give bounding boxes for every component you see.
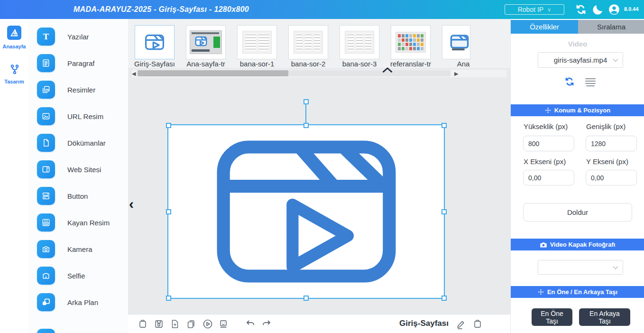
strip-scroll-right-icon[interactable]: ▶ xyxy=(454,70,458,77)
delete-icon[interactable] xyxy=(138,318,149,330)
text-icon: T xyxy=(37,28,55,46)
camera-icon xyxy=(37,240,55,258)
page-thumb-bana-sor-1[interactable] xyxy=(237,25,277,59)
sidebar-item-tasarim[interactable]: Tasarım xyxy=(0,79,28,84)
video-clapper-icon xyxy=(188,131,425,292)
tool-arka-plan[interactable]: Arka Plan xyxy=(28,289,128,315)
tool-selfie[interactable]: Selfie xyxy=(28,262,128,289)
page-thumb-label: Giriş-Sayfası xyxy=(129,60,181,68)
chevron-down-icon: ∨ xyxy=(547,7,551,13)
delete-page-icon[interactable] xyxy=(472,318,484,330)
order-section-header: En Öne / En Arkaya Taşı xyxy=(511,286,644,298)
robot-icon[interactable] xyxy=(218,318,230,330)
bring-to-front-button[interactable]: En Öne Taşı xyxy=(532,308,572,326)
selection-handle-ne[interactable] xyxy=(442,123,447,128)
selection-handle-e[interactable] xyxy=(442,209,447,214)
strip-scrollbar-thumb[interactable] xyxy=(138,70,288,76)
version-number: 8.0.44 xyxy=(624,6,639,12)
selection-handle-nw[interactable] xyxy=(166,123,171,128)
selection-handle-s[interactable] xyxy=(304,296,309,301)
preview-icon[interactable] xyxy=(202,318,213,330)
fill-button[interactable]: Doldur xyxy=(523,203,632,222)
video-section-label: Video xyxy=(511,40,644,48)
tool-url-resim[interactable]: URL Resim xyxy=(28,103,128,130)
tab-siralama[interactable]: Sıralama xyxy=(578,20,644,34)
selection-handle-n[interactable] xyxy=(304,123,309,128)
strip-scroll-left-icon[interactable]: ◀ xyxy=(132,70,136,77)
page-thumb-ana[interactable] xyxy=(442,25,470,59)
page-thumb-referanslar-tr[interactable] xyxy=(391,25,431,59)
page-thumb-giris-sayfasi[interactable] xyxy=(135,25,175,59)
url-image-icon xyxy=(37,107,55,125)
logo-icon[interactable] xyxy=(7,26,21,40)
robot-ip-label: Robot IP xyxy=(518,6,543,13)
carousel-icon xyxy=(37,213,55,231)
tool-kayan-resim[interactable]: Kayan Resim xyxy=(28,209,128,236)
tool-partial[interactable] xyxy=(28,315,128,333)
move-icon xyxy=(538,289,544,295)
tool-dokumanlar[interactable]: Dökümanlar xyxy=(28,130,128,156)
page-thumb-label: Ana xyxy=(437,60,489,68)
tools-sidebar: T Yazılar Paragraf Resimler URL Resim xyxy=(28,19,129,333)
tool-yazilar[interactable]: T Yazılar xyxy=(28,23,128,50)
x-axis-label: X Ekseni (px) xyxy=(524,157,566,166)
position-section-header: Konum & Pozisyon xyxy=(511,104,644,116)
canvas-toolbar: Giriş-Sayfası xyxy=(128,314,510,333)
refresh-icon[interactable] xyxy=(564,76,575,87)
page-thumb-bana-sor-2[interactable] xyxy=(288,25,328,59)
tool-resimler[interactable]: Resimler xyxy=(28,76,128,103)
width-input[interactable] xyxy=(586,136,637,151)
rotation-handle[interactable] xyxy=(304,99,309,104)
design-canvas[interactable]: ‹ xyxy=(128,77,510,314)
selected-video-element[interactable] xyxy=(168,125,444,298)
page-thumb-label: bana-sor-3 xyxy=(333,60,386,68)
paragraph-icon xyxy=(37,54,55,72)
y-axis-input[interactable] xyxy=(586,170,637,185)
video-file-value: giris-sayfasi.mp4 xyxy=(554,56,607,64)
current-page-name: Giriş-Sayfası xyxy=(399,319,449,328)
sidebar-item-anasayfa[interactable]: Anasayfa xyxy=(0,44,28,49)
strip-collapse-chevron-icon[interactable] xyxy=(381,66,396,75)
tab-ozellikler[interactable]: Özellikler xyxy=(511,20,578,34)
selection-handle-w[interactable] xyxy=(166,209,171,214)
robot-ip-dropdown[interactable]: Robot IP ∨ xyxy=(505,4,564,15)
window-title: MADA-ARAYUZ-2025 - Giriş-Sayfası - 1280x… xyxy=(0,0,322,19)
x-axis-input[interactable] xyxy=(523,170,574,185)
send-to-back-button[interactable]: En Arkaya Taşı xyxy=(579,308,630,326)
edit-icon[interactable] xyxy=(455,318,467,330)
video-file-select[interactable]: giris-sayfasi.mp4 xyxy=(538,52,623,68)
chevron-down-icon xyxy=(612,58,619,63)
menu-icon[interactable] xyxy=(585,78,596,86)
button-icon xyxy=(37,187,55,205)
page-thumb-label: bana-sor-2 xyxy=(282,60,334,68)
add-page-icon[interactable] xyxy=(170,318,181,330)
order-section-title: En Öne / En Arkaya Taşı xyxy=(547,288,617,296)
selection-rotation-line xyxy=(305,104,306,125)
nav-rail: Anasayfa Tasarım xyxy=(0,19,29,333)
branch-icon[interactable] xyxy=(9,63,20,76)
move-icon xyxy=(545,107,551,113)
tool-web-sitesi[interactable]: Web Sitesi xyxy=(28,156,128,183)
top-bar: MADA-ARAYUZ-2025 - Giriş-Sayfası - 1280x… xyxy=(0,0,644,19)
moon-icon[interactable] xyxy=(592,3,604,16)
undo-icon[interactable] xyxy=(245,318,256,330)
duplicate-icon[interactable] xyxy=(186,318,197,330)
background-icon xyxy=(37,293,55,311)
sync-icon[interactable] xyxy=(575,3,587,16)
page-thumb-bana-sor-3[interactable] xyxy=(340,25,379,59)
redo-icon[interactable] xyxy=(261,318,272,330)
page-thumb-ana-sayfa-tr[interactable] xyxy=(186,25,226,59)
tool-button[interactable]: Button xyxy=(28,183,128,209)
selection-handle-sw[interactable] xyxy=(166,296,171,301)
height-input[interactable] xyxy=(523,136,574,151)
cover-photo-select[interactable] xyxy=(538,260,623,275)
user-icon[interactable] xyxy=(608,3,620,16)
save-icon[interactable] xyxy=(154,318,165,330)
tool-paragraf[interactable]: Paragraf xyxy=(28,50,128,76)
cover-section-title: Video Kapak Fotoğrafı xyxy=(550,241,616,248)
sidebar-collapse-chevron-icon[interactable]: ‹ xyxy=(129,196,134,212)
height-label: Yükseklik (px) xyxy=(524,122,568,130)
width-label: Genişlik (px) xyxy=(586,122,626,130)
tool-kamera[interactable]: Kamera xyxy=(28,236,128,262)
selection-handle-se[interactable] xyxy=(442,296,447,301)
